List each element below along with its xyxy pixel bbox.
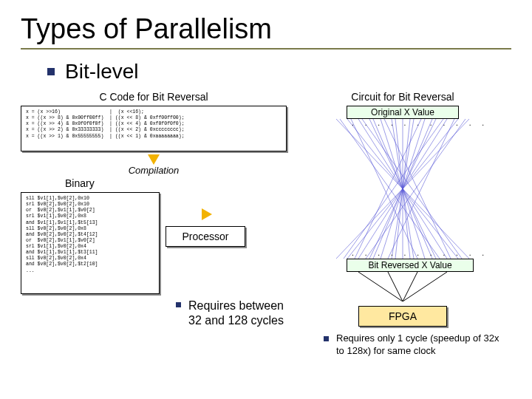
svg-line-21: [384, 119, 451, 259]
ccode-box: x = (x >>16) | (x <<16); x = ((x >> 8) &…: [21, 106, 287, 151]
orig-x-box: Original X Value: [347, 106, 459, 119]
compilation-label: Compilation: [129, 165, 180, 176]
svg-line-16: [388, 119, 454, 259]
subtitle-row: Bit-level: [47, 60, 511, 83]
svg-line-14: [366, 119, 466, 259]
svg-line-18: [344, 119, 443, 259]
svg-line-28: [403, 272, 417, 301]
ccode-label: C Code for Bit Reversal: [21, 91, 287, 103]
wire-crossing-icon: [329, 119, 477, 259]
req2-text: Requires only 1 cycle (speedup of 32x to…: [336, 332, 506, 358]
svg-line-17: [362, 119, 462, 259]
fpga-box: FPGA: [358, 306, 447, 327]
arrow-down-icon: [148, 154, 160, 165]
svg-line-26: [403, 272, 447, 301]
dots-icon: . . . . . . . . . . .: [351, 250, 488, 257]
svg-line-25: [358, 272, 403, 301]
slide-title: Types of Parallelism: [21, 13, 511, 45]
svg-line-22: [355, 119, 421, 259]
svg-line-13: [340, 119, 440, 259]
req1-text: Requires between 32 and 128 cycles: [188, 299, 287, 328]
circuit-label: Circuit for Bit Reversal: [294, 91, 511, 103]
binary-box: sll $v1[1],$v0[2],0x10 srl $v0[2],$v0[2]…: [21, 192, 160, 294]
bullet-icon: [324, 336, 329, 341]
title-row: Types of Parallelism: [21, 13, 511, 50]
connector-lines-icon: [307, 272, 499, 301]
arrow-right-icon: [202, 208, 212, 220]
svg-line-15: [351, 119, 417, 259]
binary-label: Binary: [65, 177, 287, 189]
bullet-icon: [176, 302, 181, 307]
circuit-diagram: Original X Value . . . . . . . . . . .: [307, 106, 499, 272]
rev-x-box: Bit Reversed X Value: [347, 259, 474, 272]
svg-line-27: [388, 272, 403, 301]
processor-box: Processor: [166, 226, 245, 247]
subtitle: Bit-level: [65, 60, 139, 83]
bullet-icon: [47, 68, 55, 75]
